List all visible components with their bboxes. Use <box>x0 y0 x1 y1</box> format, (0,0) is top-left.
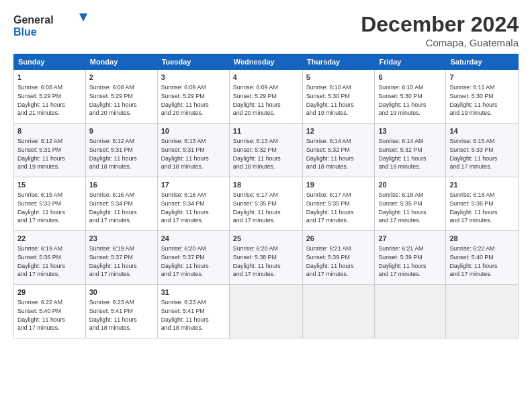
col-thursday: Thursday <box>302 54 375 70</box>
col-tuesday: Tuesday <box>157 54 229 70</box>
location: Comapa, Guatemala <box>361 37 519 48</box>
svg-text:Blue: Blue <box>13 26 37 38</box>
logo-icon: General Blue <box>13 12 87 39</box>
calendar-cell: 30Sunrise: 6:23 AMSunset: 5:41 PMDayligh… <box>85 285 157 338</box>
calendar-week-1: 1Sunrise: 6:08 AMSunset: 5:29 PMDaylight… <box>14 70 519 124</box>
month-title: December 2024 <box>361 12 519 37</box>
calendar-cell: 8Sunrise: 6:12 AMSunset: 5:31 PMDaylight… <box>14 124 86 177</box>
calendar-cell: 11Sunrise: 6:13 AMSunset: 5:32 PMDayligh… <box>229 124 302 177</box>
col-saturday: Saturday <box>446 54 519 70</box>
title-area: December 2024 Comapa, Guatemala <box>361 12 519 48</box>
calendar-page: General Blue December 2024 Comapa, Guate… <box>0 0 532 411</box>
calendar-cell: 4Sunrise: 6:09 AMSunset: 5:29 PMDaylight… <box>229 70 302 124</box>
calendar-cell: 1Sunrise: 6:08 AMSunset: 5:29 PMDaylight… <box>14 70 86 124</box>
calendar-week-5: 29Sunrise: 6:22 AMSunset: 5:40 PMDayligh… <box>14 285 519 338</box>
calendar-cell <box>302 285 375 338</box>
svg-text:General: General <box>13 14 54 26</box>
logo: General Blue <box>13 12 87 39</box>
calendar-cell: 15Sunrise: 6:15 AMSunset: 5:33 PMDayligh… <box>14 177 86 231</box>
svg-marker-2 <box>79 13 87 21</box>
calendar-cell: 19Sunrise: 6:17 AMSunset: 5:35 PMDayligh… <box>302 177 375 231</box>
header: General Blue December 2024 Comapa, Guate… <box>13 12 519 48</box>
calendar-cell: 6Sunrise: 6:10 AMSunset: 5:30 PMDaylight… <box>375 70 446 124</box>
calendar-cell: 25Sunrise: 6:20 AMSunset: 5:38 PMDayligh… <box>229 231 302 285</box>
calendar-cell: 16Sunrise: 6:16 AMSunset: 5:34 PMDayligh… <box>85 177 157 231</box>
calendar-cell: 3Sunrise: 6:09 AMSunset: 5:29 PMDaylight… <box>157 70 229 124</box>
calendar-cell: 12Sunrise: 6:14 AMSunset: 5:32 PMDayligh… <box>302 124 375 177</box>
col-friday: Friday <box>375 54 446 70</box>
calendar-week-3: 15Sunrise: 6:15 AMSunset: 5:33 PMDayligh… <box>14 177 519 231</box>
calendar-cell: 27Sunrise: 6:21 AMSunset: 5:39 PMDayligh… <box>375 231 446 285</box>
calendar-cell: 29Sunrise: 6:22 AMSunset: 5:40 PMDayligh… <box>14 285 86 338</box>
calendar-cell: 28Sunrise: 6:22 AMSunset: 5:40 PMDayligh… <box>446 231 519 285</box>
calendar-table: Sunday Monday Tuesday Wednesday Thursday… <box>13 54 519 338</box>
calendar-week-4: 22Sunrise: 6:19 AMSunset: 5:36 PMDayligh… <box>14 231 519 285</box>
calendar-cell <box>229 285 302 338</box>
calendar-cell: 24Sunrise: 6:20 AMSunset: 5:37 PMDayligh… <box>157 231 229 285</box>
calendar-cell: 20Sunrise: 6:18 AMSunset: 5:35 PMDayligh… <box>375 177 446 231</box>
calendar-cell: 26Sunrise: 6:21 AMSunset: 5:39 PMDayligh… <box>302 231 375 285</box>
calendar-cell: 10Sunrise: 6:13 AMSunset: 5:31 PMDayligh… <box>157 124 229 177</box>
calendar-cell <box>446 285 519 338</box>
calendar-cell: 14Sunrise: 6:15 AMSunset: 5:33 PMDayligh… <box>446 124 519 177</box>
calendar-cell: 21Sunrise: 6:18 AMSunset: 5:36 PMDayligh… <box>446 177 519 231</box>
col-wednesday: Wednesday <box>229 54 302 70</box>
calendar-cell <box>375 285 446 338</box>
calendar-cell: 17Sunrise: 6:16 AMSunset: 5:34 PMDayligh… <box>157 177 229 231</box>
calendar-cell: 13Sunrise: 6:14 AMSunset: 5:32 PMDayligh… <box>375 124 446 177</box>
calendar-cell: 18Sunrise: 6:17 AMSunset: 5:35 PMDayligh… <box>229 177 302 231</box>
calendar-cell: 7Sunrise: 6:11 AMSunset: 5:30 PMDaylight… <box>446 70 519 124</box>
calendar-week-2: 8Sunrise: 6:12 AMSunset: 5:31 PMDaylight… <box>14 124 519 177</box>
calendar-cell: 23Sunrise: 6:19 AMSunset: 5:37 PMDayligh… <box>85 231 157 285</box>
calendar-cell: 31Sunrise: 6:23 AMSunset: 5:41 PMDayligh… <box>157 285 229 338</box>
calendar-cell: 9Sunrise: 6:12 AMSunset: 5:31 PMDaylight… <box>85 124 157 177</box>
calendar-header-row: Sunday Monday Tuesday Wednesday Thursday… <box>14 54 519 70</box>
calendar-cell: 22Sunrise: 6:19 AMSunset: 5:36 PMDayligh… <box>14 231 86 285</box>
col-monday: Monday <box>85 54 157 70</box>
calendar-cell: 2Sunrise: 6:08 AMSunset: 5:29 PMDaylight… <box>85 70 157 124</box>
col-sunday: Sunday <box>14 54 86 70</box>
calendar-cell: 5Sunrise: 6:10 AMSunset: 5:30 PMDaylight… <box>302 70 375 124</box>
